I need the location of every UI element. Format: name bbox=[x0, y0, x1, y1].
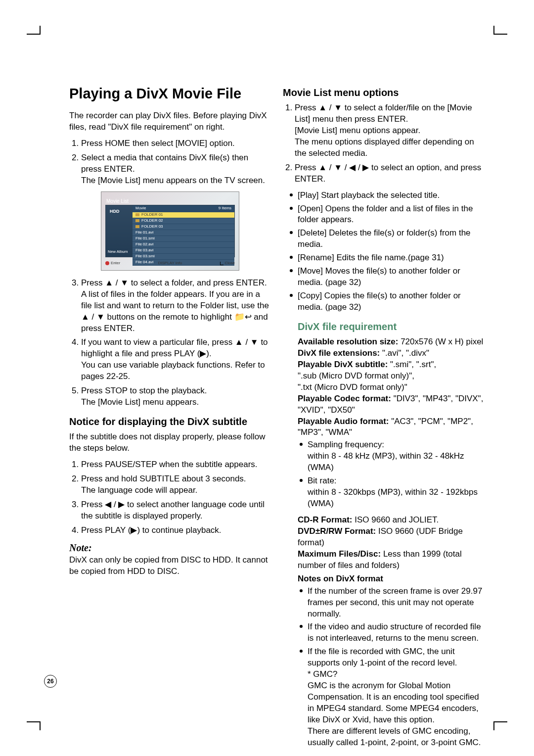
list-item: Press ▲ / ▼ / ◀ / ▶ to select an option,… bbox=[295, 162, 485, 185]
list-item: [Delete] Deletes the file(s) or folder(s… bbox=[298, 228, 485, 250]
page-content: Playing a DivX Movie File The recorder c… bbox=[69, 84, 485, 754]
screenshot-sidebar: HDD New Album bbox=[106, 205, 133, 257]
req-label: DVD±R/RW Format: bbox=[298, 526, 376, 536]
divx-notes-list: If the number of the screen frame is ove… bbox=[298, 586, 485, 749]
enter-icon bbox=[105, 261, 109, 265]
page-title: Playing a DivX Movie File bbox=[69, 84, 271, 103]
requirement-block-2: CD-R Format: ISO 9660 and JOLIET. DVD±R/… bbox=[298, 515, 485, 571]
req-line: Playable Codec format: "DIV3", "MP43", "… bbox=[298, 393, 485, 416]
req-label: Playable DivX subtitle: bbox=[298, 360, 388, 369]
list-item: [Play] Start playback the selected title… bbox=[298, 190, 485, 201]
req-label: DivX file extensions: bbox=[298, 348, 380, 358]
intro-text: The recorder can play DivX files. Before… bbox=[69, 110, 271, 133]
crop-mark bbox=[27, 721, 40, 722]
list-item: File 03.avi bbox=[133, 248, 234, 254]
row-label: File 01.smi bbox=[135, 236, 155, 241]
list-item: [Rename] Edits the file name.(page 31) bbox=[298, 252, 485, 264]
crop-mark bbox=[493, 26, 494, 35]
list-item: File 02.avi bbox=[133, 242, 234, 248]
req-label: Playable Codec format: bbox=[298, 394, 391, 403]
req-label: Available resolution size: bbox=[298, 337, 398, 346]
list-item: FOLDER 01 bbox=[133, 212, 234, 218]
row-label: FOLDER 02 bbox=[141, 218, 163, 224]
list-item: [Open] Opens the folder and a list of fi… bbox=[298, 203, 485, 226]
movie-list-screenshot: Movie List HDD New Album Movie 9 Items F… bbox=[101, 191, 239, 271]
requirement-heading: DivX file requirement bbox=[298, 320, 485, 333]
hdd-label: HDD bbox=[110, 208, 120, 214]
req-line: ".sub (Micro DVD format only)", bbox=[298, 371, 485, 382]
crop-mark bbox=[40, 721, 41, 730]
main-steps: Press HOME then select [MOVIE] option. S… bbox=[69, 138, 271, 187]
row-label: File 03.avi bbox=[135, 248, 153, 253]
req-value: ".sub (Micro DVD format only)", bbox=[298, 371, 414, 380]
row-label: File 03.smi bbox=[135, 254, 155, 259]
list-item: Press HOME then select [MOVIE] option. bbox=[81, 138, 271, 149]
req-value: ".smi", ".srt", bbox=[388, 360, 436, 369]
list-item: Press STOP to stop the playback. The [Mo… bbox=[81, 385, 271, 408]
req-line: Maximum Files/Disc: Less than 1999 (tota… bbox=[298, 549, 485, 571]
screenshot-body: HDD New Album Movie 9 Items FOLDER 01 FO… bbox=[105, 205, 235, 257]
req-line: DVD±R/RW Format: ISO 9660 (UDF Bridge fo… bbox=[298, 526, 485, 549]
list-item: File 03.smi bbox=[133, 254, 234, 260]
list-item: Select a media that contains DivX file(s… bbox=[81, 152, 271, 187]
folder-icon bbox=[135, 219, 139, 222]
menu-steps: Press ▲ / ▼ to select a folder/file on t… bbox=[283, 102, 485, 185]
list-item: Sampling frequency: within 8 - 48 kHz (M… bbox=[308, 439, 485, 473]
return-icon bbox=[220, 262, 223, 265]
list-item: Press PLAY (▶) to continue playback. bbox=[81, 525, 271, 536]
req-line: Available resolution size: 720x576 (W x … bbox=[298, 336, 485, 348]
req-value: ".txt (Micro DVD format only)" bbox=[298, 382, 407, 392]
subtitle-steps: Press PAUSE/STEP when the subtitle appea… bbox=[69, 459, 271, 536]
row-label: File 01.avi bbox=[135, 230, 153, 236]
requirement-block: Available resolution size: 720x576 (W x … bbox=[298, 336, 485, 438]
req-value: ISO 9660 and JOLIET. bbox=[353, 515, 439, 524]
list-item: If you want to view a particular file, p… bbox=[81, 337, 271, 382]
info-hint: DISPLAY Info bbox=[158, 261, 182, 266]
folder-icon bbox=[135, 225, 139, 228]
list-item: Press and hold SUBTITLE about 3 seconds.… bbox=[81, 473, 271, 496]
crop-mark bbox=[27, 34, 40, 35]
hdr-right: 9 Items bbox=[219, 206, 231, 212]
list-item: File 01.smi bbox=[133, 236, 234, 242]
folder-icon bbox=[135, 213, 139, 216]
list-item: If the file is recorded with GMC, the un… bbox=[308, 646, 485, 748]
req-line: DivX file extensions: ".avi", ".divx" bbox=[298, 348, 485, 359]
req-line: ".txt (Micro DVD format only)" bbox=[298, 382, 485, 393]
row-label: FOLDER 03 bbox=[141, 224, 163, 230]
list-item: Press ▲ / ▼ to select a folder/file on t… bbox=[295, 102, 485, 159]
hint-label: Enter bbox=[111, 261, 120, 266]
new-album-label: New Album bbox=[108, 249, 128, 255]
subtitle-intro: If the subtitle does not display properl… bbox=[69, 431, 271, 454]
req-label: Playable Audio format: bbox=[298, 417, 389, 426]
subtitle-heading: Notice for displaying the DivX subtitle bbox=[69, 415, 271, 428]
hint-label: Close bbox=[225, 261, 235, 266]
req-line: Playable Audio format: "AC3", "PCM", "MP… bbox=[298, 416, 485, 439]
req-line: Playable DivX subtitle: ".smi", ".srt", bbox=[298, 359, 485, 371]
list-item: File 01.avi bbox=[133, 230, 234, 236]
close-hint: Close bbox=[220, 261, 235, 266]
list-item: If the video and audio structure of reco… bbox=[308, 621, 485, 644]
list-item: Press ▲ / ▼ to select a folder, and pres… bbox=[81, 278, 271, 334]
menu-options-list: [Play] Start playback the selected title… bbox=[283, 190, 485, 749]
req-label: Maximum Files/Disc: bbox=[298, 549, 381, 559]
list-item: FOLDER 02 bbox=[133, 218, 234, 224]
req-value: ".avi", ".divx" bbox=[380, 348, 429, 358]
screenshot-list: Movie 9 Items FOLDER 01 FOLDER 02 FOLDER… bbox=[133, 205, 234, 257]
crop-mark bbox=[494, 34, 507, 35]
left-column: Playing a DivX Movie File The recorder c… bbox=[69, 84, 271, 754]
screenshot-title: Movie List bbox=[106, 198, 129, 205]
list-item: Press PAUSE/STEP when the subtitle appea… bbox=[81, 459, 271, 471]
screenshot-footer: Enter DISPLAY Info Close bbox=[105, 261, 235, 266]
screenshot-header: Movie 9 Items bbox=[133, 205, 234, 212]
req-value: 720x576 (W x H) pixel bbox=[398, 337, 483, 346]
list-item: FOLDER 03 bbox=[133, 224, 234, 230]
row-label: FOLDER 01 bbox=[141, 212, 163, 218]
req-line: CD-R Format: ISO 9660 and JOLIET. bbox=[298, 515, 485, 526]
crop-mark bbox=[493, 721, 494, 730]
crop-mark bbox=[40, 26, 41, 35]
enter-hint: Enter bbox=[105, 261, 120, 266]
crop-mark bbox=[494, 721, 507, 722]
note-label: Note: bbox=[69, 541, 271, 555]
list-item: Press ◀ / ▶ to select another language c… bbox=[81, 499, 271, 522]
list-item: Bit rate: within 8 - 320kbps (MP3), with… bbox=[308, 475, 485, 510]
